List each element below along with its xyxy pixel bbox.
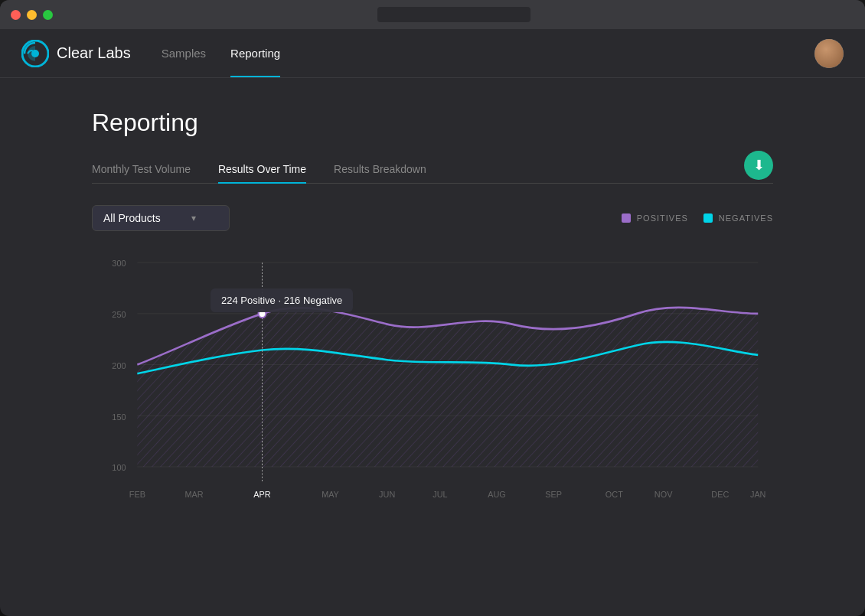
logo-area: Clear Labs <box>21 40 131 67</box>
svg-point-14 <box>259 310 266 318</box>
svg-text:NOV: NOV <box>654 490 673 499</box>
window-controls <box>11 10 53 20</box>
svg-text:JAN: JAN <box>750 490 766 499</box>
nav-reporting[interactable]: Reporting <box>230 29 280 77</box>
navbar: Clear Labs Samples Reporting <box>0 29 865 78</box>
svg-text:MAY: MAY <box>322 490 339 499</box>
avatar-image <box>814 39 844 68</box>
negatives-label: NEGATIVES <box>719 213 773 223</box>
svg-text:250: 250 <box>112 310 126 319</box>
tabs-row: Monthly Test Volume Results Over Time Re… <box>92 155 773 184</box>
tab-monthly-test-volume[interactable]: Monthly Test Volume <box>92 155 191 183</box>
svg-text:200: 200 <box>112 361 126 370</box>
chart-svg: 300 250 200 150 100 FEB MAR APR MAY <box>92 246 773 522</box>
svg-text:JUL: JUL <box>432 490 447 499</box>
nav-links: Samples Reporting <box>162 29 280 77</box>
nav-samples[interactable]: Samples <box>162 29 206 77</box>
chevron-down-icon: ▾ <box>191 213 196 223</box>
legend-negatives: NEGATIVES <box>703 213 773 223</box>
negatives-color <box>703 213 713 223</box>
chart-container: 300 250 200 150 100 FEB MAR APR MAY <box>92 246 773 522</box>
positives-color <box>622 213 631 223</box>
positives-label: POSITIVES <box>637 213 688 223</box>
chart-legend: POSITIVES NEGATIVES <box>622 213 773 223</box>
dropdown-value: All Products <box>103 212 161 224</box>
maximize-button[interactable] <box>43 10 53 20</box>
page-title: Reporting <box>92 109 773 137</box>
svg-text:FEB: FEB <box>129 490 145 499</box>
titlebar <box>0 0 865 29</box>
svg-text:JUN: JUN <box>379 490 395 499</box>
svg-text:SEP: SEP <box>545 490 562 499</box>
logo-text: Clear Labs <box>57 44 131 62</box>
close-button[interactable] <box>11 10 21 20</box>
avatar[interactable] <box>814 39 844 68</box>
download-icon: ⬇ <box>753 157 765 174</box>
product-dropdown[interactable]: All Products ▾ <box>92 205 230 231</box>
app-window: Clear Labs Samples Reporting Reporting M… <box>0 0 865 616</box>
logo-icon <box>21 40 49 67</box>
main-content: Reporting Monthly Test Volume Results Ov… <box>0 78 865 616</box>
controls-row: All Products ▾ POSITIVES NEGATIVES <box>92 205 773 231</box>
tab-results-over-time[interactable]: Results Over Time <box>218 155 306 183</box>
download-button[interactable]: ⬇ <box>744 151 773 180</box>
svg-text:150: 150 <box>112 412 126 421</box>
titlebar-search-area <box>53 7 854 22</box>
legend-positives: POSITIVES <box>622 213 688 223</box>
svg-text:AUG: AUG <box>488 490 506 499</box>
svg-text:APR: APR <box>253 490 270 499</box>
svg-text:MAR: MAR <box>184 490 203 499</box>
tab-results-breakdown[interactable]: Results Breakdown <box>334 155 426 183</box>
svg-text:DEC: DEC <box>711 490 729 499</box>
svg-text:300: 300 <box>112 259 126 268</box>
search-bar <box>377 7 530 22</box>
svg-text:OCT: OCT <box>606 490 623 499</box>
minimize-button[interactable] <box>27 10 37 20</box>
svg-text:100: 100 <box>112 463 126 472</box>
